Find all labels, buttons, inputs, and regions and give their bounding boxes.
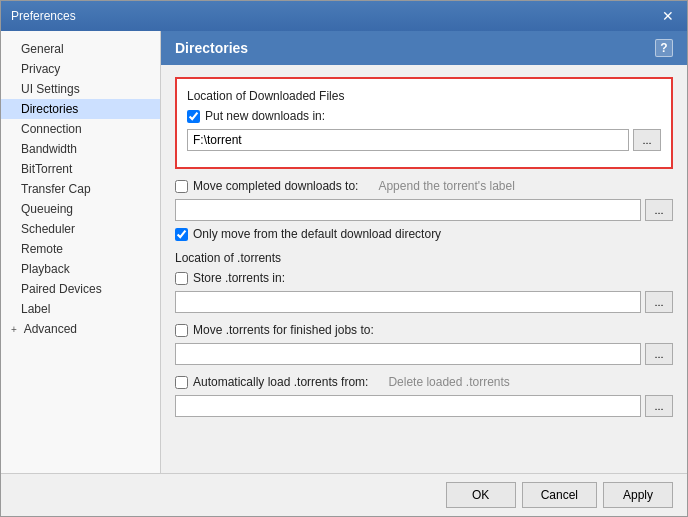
sidebar-item-remote[interactable]: Remote [1,239,160,259]
sidebar-item-transfer-cap[interactable]: Transfer Cap [1,179,160,199]
download-path-browse-button[interactable]: ... [633,129,661,151]
store-torrents-browse-button[interactable]: ... [645,291,673,313]
auto-load-path-row: ... [175,395,673,417]
store-torrents-path-row: ... [175,291,673,313]
put-new-downloads-label: Put new downloads in: [205,109,325,123]
sidebar-item-general[interactable]: General [1,39,160,59]
help-button[interactable]: ? [655,39,673,57]
section-title: Directories [175,40,248,56]
move-torrents-label: Move .torrents for finished jobs to: [193,323,374,337]
auto-load-checkbox[interactable] [175,376,188,389]
sidebar-item-privacy[interactable]: Privacy [1,59,160,79]
ok-button[interactable]: OK [446,482,516,508]
auto-load-label: Automatically load .torrents from: [193,375,368,389]
section-header: Directories ? [161,31,687,65]
auto-load-row: Automatically load .torrents from: Delet… [175,375,673,389]
move-completed-browse-button[interactable]: ... [645,199,673,221]
sidebar-item-advanced-label: Advanced [24,322,77,336]
main-content: Directories ? Location of Downloaded Fil… [161,31,687,473]
move-torrents-path-row: ... [175,343,673,365]
sidebar-item-paired-devices[interactable]: Paired Devices [1,279,160,299]
put-new-downloads-row: Put new downloads in: [187,109,661,123]
sidebar-item-scheduler[interactable]: Scheduler [1,219,160,239]
apply-button[interactable]: Apply [603,482,673,508]
auto-load-browse-button[interactable]: ... [645,395,673,417]
delete-loaded-label: Delete loaded .torrents [388,375,509,389]
sidebar-item-queueing[interactable]: Queueing [1,199,160,219]
store-torrents-path-input[interactable] [175,291,641,313]
move-torrents-path-input[interactable] [175,343,641,365]
sidebar-item-advanced[interactable]: + Advanced [1,319,160,339]
dialog-body: General Privacy UI Settings Directories … [1,31,687,473]
download-path-row: F:\torrent ... [187,129,661,151]
put-new-downloads-checkbox[interactable] [187,110,200,123]
sidebar-item-playback[interactable]: Playback [1,259,160,279]
title-bar: Preferences ✕ [1,1,687,31]
move-torrents-row: Move .torrents for finished jobs to: [175,323,673,337]
store-torrents-row: Store .torrents in: [175,271,673,285]
move-torrents-browse-button[interactable]: ... [645,343,673,365]
preferences-dialog: Preferences ✕ General Privacy UI Setting… [0,0,688,517]
append-label: Append the torrent's label [378,179,514,193]
location-label: Location of Downloaded Files [187,89,661,103]
expand-icon: + [11,324,21,335]
move-completed-label: Move completed downloads to: [193,179,358,193]
only-move-label: Only move from the default download dire… [193,227,441,241]
sidebar-item-bittorrent[interactable]: BitTorrent [1,159,160,179]
move-completed-path-input[interactable] [175,199,641,221]
cancel-button[interactable]: Cancel [522,482,597,508]
auto-load-section: Automatically load .torrents from: Delet… [175,375,673,417]
sidebar-item-label[interactable]: Label [1,299,160,319]
move-completed-section: Move completed downloads to: Append the … [175,179,673,241]
only-move-row: Only move from the default download dire… [175,227,673,241]
move-completed-row: Move completed downloads to: Append the … [175,179,673,193]
dialog-title: Preferences [11,9,76,23]
download-location-section: Location of Downloaded Files Put new dow… [175,77,673,169]
section-body: Location of Downloaded Files Put new dow… [161,65,687,473]
download-path-input[interactable]: F:\torrent [187,129,629,151]
move-completed-checkbox[interactable] [175,180,188,193]
sidebar-item-ui-settings[interactable]: UI Settings [1,79,160,99]
move-completed-path-row: ... [175,199,673,221]
sidebar: General Privacy UI Settings Directories … [1,31,161,473]
only-move-checkbox[interactable] [175,228,188,241]
store-torrents-label: Store .torrents in: [193,271,285,285]
auto-load-path-input[interactable] [175,395,641,417]
store-torrents-checkbox[interactable] [175,272,188,285]
location-torrents-label: Location of .torrents [175,251,673,265]
sidebar-item-connection[interactable]: Connection [1,119,160,139]
move-torrents-section: Move .torrents for finished jobs to: ... [175,323,673,365]
move-torrents-checkbox[interactable] [175,324,188,337]
sidebar-item-bandwidth[interactable]: Bandwidth [1,139,160,159]
torrents-location-section: Location of .torrents Store .torrents in… [175,251,673,313]
sidebar-item-directories[interactable]: Directories [1,99,160,119]
close-button[interactable]: ✕ [659,7,677,25]
dialog-footer: OK Cancel Apply [1,473,687,516]
